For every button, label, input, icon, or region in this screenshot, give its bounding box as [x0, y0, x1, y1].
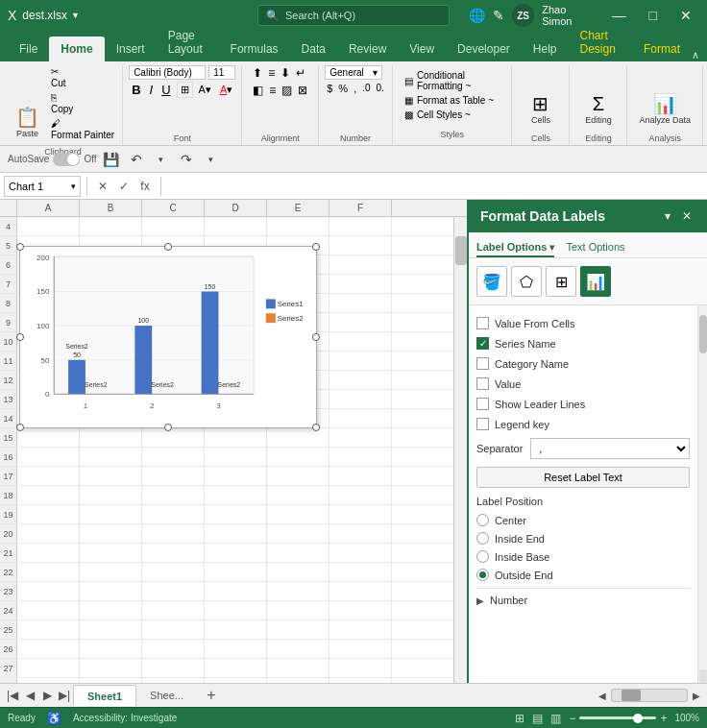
cell-D27[interactable]: [205, 659, 267, 678]
chart-handle-top-right[interactable]: [312, 243, 320, 251]
decrease-decimal-button[interactable]: .0: [360, 82, 372, 95]
ribbon-collapse-btn[interactable]: ∧: [692, 49, 699, 61]
border-button[interactable]: ⊞: [177, 82, 193, 98]
cell-D22[interactable]: [205, 563, 267, 582]
col-header-C[interactable]: C: [142, 200, 205, 216]
format-as-table-button[interactable]: ▦ Format as Table ~: [401, 94, 504, 107]
sheet-nav-next[interactable]: ▶: [38, 687, 56, 704]
more-qa-button[interactable]: ▾: [201, 149, 222, 170]
tab-format[interactable]: Format: [632, 36, 692, 61]
align-bottom-button[interactable]: ⬇: [279, 65, 292, 81]
cell-C28[interactable]: [142, 678, 205, 683]
cell-F16[interactable]: [329, 448, 392, 467]
col-header-F[interactable]: F: [329, 200, 392, 216]
cell-B26[interactable]: [80, 640, 142, 659]
sheet-nav-prev[interactable]: ◀: [21, 687, 38, 704]
cell-B23[interactable]: [80, 582, 142, 601]
cell-F24[interactable]: [329, 601, 392, 620]
cell-B17[interactable]: [80, 467, 142, 486]
chart-container[interactable]: 0 50 100 150 200: [19, 246, 317, 428]
merge-button[interactable]: ⊠: [296, 83, 309, 98]
scroll-left-button[interactable]: ◀: [596, 689, 609, 702]
tab-label-options[interactable]: Label Options ▾: [476, 238, 554, 257]
cell-C23[interactable]: [142, 582, 205, 601]
file-dropdown-icon[interactable]: ▼: [71, 11, 80, 20]
col-header-A[interactable]: A: [17, 200, 80, 216]
number-format-selector[interactable]: General▾: [325, 65, 382, 80]
col-header-D[interactable]: D: [205, 200, 267, 216]
font-family-selector[interactable]: Calibri (Body): [129, 65, 206, 80]
cell-E15[interactable]: [267, 428, 329, 448]
zoom-minus-button[interactable]: −: [569, 712, 575, 725]
fill-color-button[interactable]: A▾: [196, 83, 214, 97]
col-header-E[interactable]: E: [267, 200, 329, 216]
cell-C4[interactable]: [142, 217, 205, 236]
cell-E18[interactable]: [267, 486, 329, 505]
cell-F19[interactable]: [329, 505, 392, 524]
align-top-button[interactable]: ⬆: [251, 65, 264, 81]
cell-A25[interactable]: [17, 620, 80, 640]
sheet-nav-last[interactable]: ▶|: [56, 687, 73, 704]
format-painter-button[interactable]: 🖌 Format Painter: [49, 117, 116, 141]
cell-A28[interactable]: [17, 678, 80, 683]
horizontal-scrollbar[interactable]: [611, 689, 688, 702]
cell-A17[interactable]: [17, 467, 80, 486]
font-size-selector[interactable]: 11: [208, 65, 235, 80]
cell-F25[interactable]: [329, 620, 392, 640]
formula-input[interactable]: [167, 176, 703, 197]
cell-E28[interactable]: [267, 678, 329, 683]
cell-E25[interactable]: [267, 620, 329, 640]
redo-button[interactable]: ↷: [176, 149, 197, 170]
align-right-button[interactable]: ▨: [280, 83, 294, 98]
cell-D18[interactable]: [205, 486, 267, 505]
cell-E24[interactable]: [267, 601, 329, 620]
cell-F23[interactable]: [329, 582, 392, 601]
formula-confirm-button[interactable]: ✓: [114, 177, 134, 196]
reset-label-text-button[interactable]: Reset Label Text: [476, 467, 690, 488]
cell-F11[interactable]: [329, 352, 392, 371]
chart-handle-left[interactable]: [16, 333, 24, 341]
cell-C22[interactable]: [142, 563, 205, 582]
value-checkbox[interactable]: [476, 377, 489, 390]
user-badge[interactable]: ZS: [512, 4, 534, 27]
cell-B27[interactable]: [80, 659, 142, 678]
cell-F26[interactable]: [329, 640, 392, 659]
undo-dropdown[interactable]: ▾: [151, 149, 172, 170]
cell-C25[interactable]: [142, 620, 205, 640]
cell-C24[interactable]: [142, 601, 205, 620]
cell-styles-button[interactable]: ▩ Cell Styles ~: [401, 109, 504, 121]
cell-B25[interactable]: [80, 620, 142, 640]
cell-C20[interactable]: [142, 524, 205, 544]
cell-F8[interactable]: [329, 294, 392, 313]
chart-handle-bottom-right[interactable]: [312, 424, 320, 431]
cell-F27[interactable]: [329, 659, 392, 678]
outside-end-radio[interactable]: [476, 569, 489, 581]
sheet-nav-first[interactable]: |◀: [4, 687, 21, 704]
chart-handle-bottom-left[interactable]: [16, 424, 24, 431]
bold-button[interactable]: B: [129, 82, 143, 98]
cell-E23[interactable]: [267, 582, 329, 601]
cell-C16[interactable]: [142, 448, 205, 467]
cell-D28[interactable]: [205, 678, 267, 683]
sheet-tab-sheet1[interactable]: Sheet1: [73, 685, 136, 706]
cell-A4[interactable]: [17, 217, 80, 236]
separator-select[interactable]: , ; |: [530, 438, 690, 459]
search-box[interactable]: 🔍 Search (Alt+Q): [257, 5, 450, 26]
tab-home[interactable]: Home: [49, 36, 104, 61]
panel-scrollbar[interactable]: [697, 305, 707, 683]
cell-C17[interactable]: [142, 467, 205, 486]
panel-scroll-thumb[interactable]: [699, 315, 707, 353]
vertical-scroll-thumb[interactable]: [455, 236, 467, 265]
cell-B22[interactable]: [80, 563, 142, 582]
maximize-button[interactable]: □: [642, 0, 665, 31]
sheet-tab-sheet2[interactable]: Shee...: [136, 685, 197, 706]
accounting-button[interactable]: $: [325, 82, 334, 95]
tab-text-options[interactable]: Text Options: [566, 238, 624, 257]
formula-function-button[interactable]: fx: [135, 177, 155, 196]
underline-button[interactable]: U: [158, 82, 173, 98]
name-box[interactable]: Chart 1 ▾: [4, 176, 81, 197]
cell-F22[interactable]: [329, 563, 392, 582]
cell-F12[interactable]: [329, 371, 392, 390]
chart-handle-top[interactable]: [164, 243, 172, 251]
cell-A18[interactable]: [17, 486, 80, 505]
